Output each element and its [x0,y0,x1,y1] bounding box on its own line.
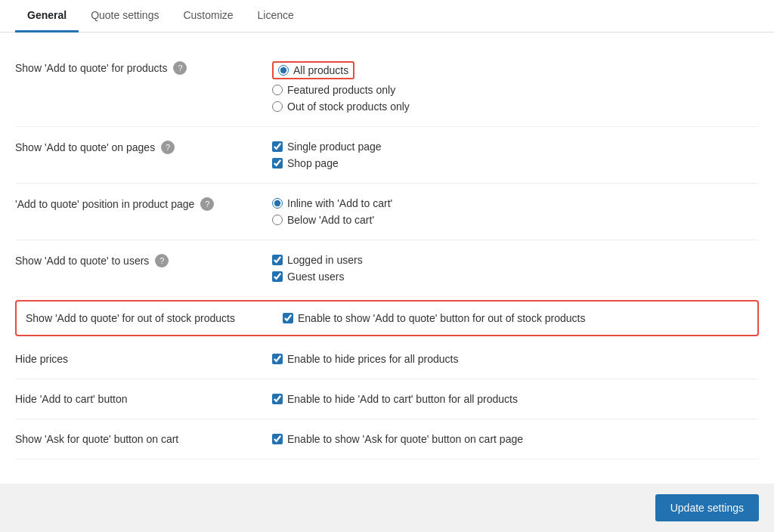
checkbox-option-hide-prices-0: Enable to hide prices for all products [272,353,759,365]
checkbox-label-hide-prices-0: Enable to hide prices for all products [287,353,458,365]
radio-input-show-add-to-quote-products-1[interactable] [272,85,283,95]
label-show-add-to-quote-products: Show 'Add to quote' for products [15,62,167,74]
radio-option-add-to-quote-position-1: Below 'Add to cart' [272,214,759,226]
checkbox-option-show-add-to-quote-pages-1: Shop page [272,157,759,169]
checkbox-input-show-add-to-quote-out-of-stock-0[interactable] [283,313,293,323]
settings-row-show-add-to-quote-users: Show 'Add to quote' to users?Logged in u… [15,240,759,297]
radio-label-show-add-to-quote-products-0: All products [293,64,348,76]
label-add-to-quote-position: 'Add to quote' position in product page [15,198,194,210]
radio-label-show-add-to-quote-products-2: Out of stock products only [287,101,410,113]
checkbox-option-show-add-to-quote-users-0: Logged in users [272,254,759,266]
radio-option-add-to-quote-position-0: Inline with 'Add to cart' [272,197,759,209]
help-icon-show-add-to-quote-users[interactable]: ? [155,254,169,268]
tab-customize[interactable]: Customize [171,0,245,32]
checkbox-label-show-add-to-quote-pages-1: Shop page [287,157,339,169]
radio-input-show-add-to-quote-products-2[interactable] [272,101,283,112]
settings-row-show-add-to-quote-products: Show 'Add to quote' for products?All pro… [15,48,759,127]
tabs-nav: GeneralQuote settingsCustomizeLicence [0,0,774,32]
radio-option-show-add-to-quote-products-2: Out of stock products only [272,101,759,113]
settings-row-hide-add-to-cart: Hide 'Add to cart' buttonEnable to hide … [15,379,759,419]
label-hide-add-to-cart: Hide 'Add to cart' button [15,393,128,405]
radio-highlight-show-add-to-quote-products-0: All products [272,61,354,79]
label-show-add-to-quote-users: Show 'Add to quote' to users [15,255,149,267]
footer: Update settings [0,484,774,532]
settings-page: GeneralQuote settingsCustomizeLicence Sh… [0,0,774,532]
checkbox-label-show-add-to-quote-users-0: Logged in users [287,254,363,266]
update-settings-button[interactable]: Update settings [655,494,759,521]
checkbox-label-show-add-to-quote-out-of-stock-0: Enable to show 'Add to quote' button for… [298,312,585,324]
checkbox-label-hide-add-to-cart-0: Enable to hide 'Add to cart' button for … [287,393,518,405]
tab-general[interactable]: General [15,0,79,32]
radio-input-add-to-quote-position-1[interactable] [272,215,283,225]
checkbox-input-show-ask-for-quote-cart-0[interactable] [272,434,283,444]
checkbox-option-show-ask-for-quote-cart-0: Enable to show 'Ask for quote' button on… [272,433,759,445]
help-icon-show-add-to-quote-products[interactable]: ? [173,61,187,75]
settings-row-add-to-quote-position: 'Add to quote' position in product page?… [15,184,759,240]
label-show-add-to-quote-out-of-stock: Show 'Add to quote' for out of stock pro… [26,312,235,324]
checkbox-label-show-add-to-quote-users-1: Guest users [287,271,344,283]
help-icon-add-to-quote-position[interactable]: ? [200,197,214,211]
label-show-add-to-quote-pages: Show 'Add to quote' on pages [15,141,155,153]
radio-option-show-add-to-quote-products-1: Featured products only [272,84,759,96]
radio-input-show-add-to-quote-products-0[interactable] [278,65,289,76]
checkbox-input-show-add-to-quote-pages-0[interactable] [272,141,283,152]
checkbox-input-show-add-to-quote-users-0[interactable] [272,255,283,265]
settings-row-show-ask-for-quote-cart: Show 'Ask for quote' button on cartEnabl… [15,419,759,459]
settings-content: Show 'Add to quote' for products?All pro… [0,32,774,520]
checkbox-option-show-add-to-quote-out-of-stock-0: Enable to show 'Add to quote' button for… [283,312,748,324]
checkbox-label-show-add-to-quote-pages-0: Single product page [287,141,382,153]
label-show-ask-for-quote-cart: Show 'Ask for quote' button on cart [15,433,178,445]
tab-quote-settings[interactable]: Quote settings [79,0,171,32]
settings-row-show-add-to-quote-pages: Show 'Add to quote' on pages?Single prod… [15,127,759,184]
settings-row-hide-prices: Hide pricesEnable to hide prices for all… [15,339,759,379]
settings-row-show-add-to-quote-out-of-stock: Show 'Add to quote' for out of stock pro… [15,300,759,336]
checkbox-option-hide-add-to-cart-0: Enable to hide 'Add to cart' button for … [272,393,759,405]
radio-label-show-add-to-quote-products-1: Featured products only [287,84,395,96]
radio-option-show-add-to-quote-products-0: All products [272,61,759,79]
radio-label-add-to-quote-position-1: Below 'Add to cart' [287,214,374,226]
checkbox-input-show-add-to-quote-users-1[interactable] [272,271,283,282]
label-hide-prices: Hide prices [15,353,68,365]
checkbox-option-show-add-to-quote-users-1: Guest users [272,271,759,283]
radio-input-add-to-quote-position-0[interactable] [272,198,283,209]
checkbox-label-show-ask-for-quote-cart-0: Enable to show 'Ask for quote' button on… [287,433,523,445]
help-icon-show-add-to-quote-pages[interactable]: ? [161,141,175,154]
checkbox-input-show-add-to-quote-pages-1[interactable] [272,158,283,169]
checkbox-input-hide-add-to-cart-0[interactable] [272,394,283,404]
checkbox-input-hide-prices-0[interactable] [272,354,283,364]
radio-label-add-to-quote-position-0: Inline with 'Add to cart' [287,197,392,209]
checkbox-option-show-add-to-quote-pages-0: Single product page [272,141,759,153]
tab-licence[interactable]: Licence [246,0,306,32]
